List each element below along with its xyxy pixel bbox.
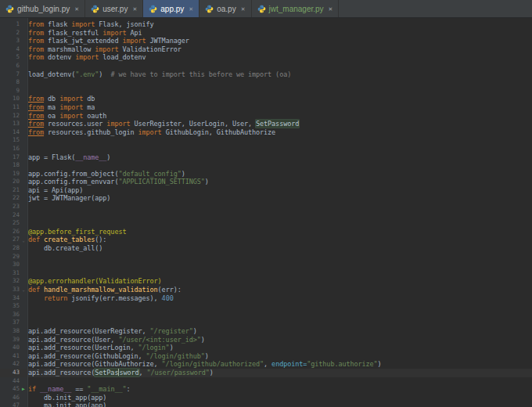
code-line[interactable]: [28, 161, 532, 170]
close-icon[interactable]: ✕: [241, 6, 246, 12]
code-line[interactable]: from flask_restful import Api: [28, 29, 532, 38]
code-line[interactable]: [28, 78, 532, 87]
line-number: 25: [0, 219, 20, 228]
code-token: "APPLICATION_SETTINGS": [118, 178, 204, 185]
line-number: 35: [0, 302, 20, 311]
tab-app-py[interactable]: app.py✕: [143, 0, 200, 17]
code-line[interactable]: api.add_resource(GithubLogin, "/login/gi…: [28, 352, 532, 361]
close-icon[interactable]: ✕: [74, 6, 79, 12]
code-line[interactable]: api.add_resource(UserLogin, "/login"): [28, 344, 532, 352]
gutter-row: 40: [0, 344, 27, 352]
code-line[interactable]: [28, 87, 532, 95]
run-icon[interactable]: ▶: [20, 387, 27, 392]
code-line[interactable]: [28, 253, 532, 261]
code-line[interactable]: load_dotenv(".env") # we have to import …: [28, 70, 532, 79]
line-number: 31: [0, 269, 20, 278]
code-line[interactable]: [28, 136, 532, 145]
code-editor[interactable]: 1234567891011121314151617181920212223242…: [0, 18, 532, 407]
code-line[interactable]: from flask import Flask, jsonify: [28, 20, 532, 29]
editor-tab-bar: github_login.py✕ user.py✕ app.py✕ oa.py✕…: [0, 0, 532, 18]
code-line[interactable]: [28, 145, 532, 153]
gutter-row: 14: [0, 128, 27, 137]
code-line[interactable]: api.add_resource(UserRegister, "/registe…: [28, 327, 532, 336]
line-number: 15: [0, 136, 20, 145]
code-line[interactable]: @app.errorhandler(ValidationError): [28, 277, 532, 286]
code-line[interactable]: [28, 319, 532, 327]
tab-jwt-manager-py[interactable]: jwt_manager.py✕: [252, 0, 340, 17]
code-line[interactable]: [28, 261, 532, 269]
line-number: 28: [0, 244, 20, 253]
fold-icon[interactable]: ⌄: [20, 287, 27, 292]
close-icon[interactable]: ✕: [329, 6, 333, 12]
line-number: 12: [0, 112, 20, 121]
gutter-row: 39: [0, 336, 27, 344]
code-line[interactable]: jwt = JWTManager(app): [28, 194, 532, 203]
code-line[interactable]: from ma import ma: [28, 103, 532, 112]
code-token: Api: [126, 29, 142, 37]
code-token: oauth: [83, 112, 106, 120]
tab-label: app.py: [160, 5, 184, 13]
fold-icon[interactable]: ⌄: [20, 238, 27, 243]
code-line[interactable]: from marshmallow import ValidationError: [28, 45, 532, 54]
code-line[interactable]: db.init_app(app): [28, 394, 532, 402]
code-line[interactable]: def handle_marshmallow_validation(err):: [28, 286, 532, 294]
code-line[interactable]: from flask_jwt_extended import JWTManage…: [28, 37, 532, 45]
code-line[interactable]: [28, 62, 532, 70]
code-token: api.add_resource(: [28, 369, 95, 376]
code-token: UserRegister, UserLogin, User,: [130, 120, 256, 128]
code-token: "/user/password": [147, 369, 210, 376]
code-token: from: [28, 45, 44, 53]
code-line[interactable]: [28, 377, 532, 386]
code-line[interactable]: [28, 269, 532, 278]
code-line[interactable]: ma.init_app(app): [28, 402, 532, 407]
code-line[interactable]: def create_tables():: [28, 236, 532, 244]
code-line[interactable]: [28, 219, 532, 228]
line-number: 32: [0, 277, 20, 286]
code-token: @app.errorhandler(ValidationError): [28, 277, 162, 285]
code-token: ): [99, 70, 110, 78]
code-line[interactable]: app.config.from_object("default_config"): [28, 170, 532, 178]
close-icon[interactable]: ✕: [189, 6, 193, 12]
code-token: import: [122, 37, 146, 45]
code-area[interactable]: from flask import Flask, jsonifyfrom fla…: [28, 18, 532, 407]
code-line[interactable]: from resources.github_login import Githu…: [28, 128, 532, 137]
tab-user-py[interactable]: user.py✕: [85, 0, 143, 17]
code-token: marshmallow: [44, 45, 95, 53]
code-line[interactable]: [28, 211, 532, 220]
code-line[interactable]: api.add_resource(GithubAuthorize, "/logi…: [28, 360, 532, 369]
code-line[interactable]: [28, 302, 532, 311]
code-line[interactable]: from db import db: [28, 95, 532, 103]
code-line[interactable]: [28, 311, 532, 319]
code-token: from: [28, 95, 44, 103]
code-line[interactable]: from resources.user import UserRegister,…: [28, 120, 532, 128]
gutter-row: 42: [0, 360, 27, 369]
line-number: 17: [0, 153, 20, 162]
close-icon[interactable]: ✕: [132, 6, 137, 12]
code-token: dotenv: [44, 53, 75, 61]
code-line[interactable]: if __name__ == "__main__":: [28, 385, 532, 394]
python-file-icon: [5, 5, 14, 13]
line-number: 11: [0, 103, 20, 112]
gutter-row: 45▶: [0, 385, 27, 394]
code-line[interactable]: return jsonify(err.messages), 400: [28, 294, 532, 303]
code-line[interactable]: [28, 203, 532, 211]
code-token: ): [182, 170, 185, 178]
code-line[interactable]: from oa import oauth: [28, 112, 532, 121]
code-line[interactable]: from dotenv import load_dotenv: [28, 53, 532, 62]
code-token: api.add_resource(GithubAuthorize,: [28, 360, 162, 368]
code-line[interactable]: app = Flask(__name__): [28, 153, 532, 162]
code-line[interactable]: @app.before_first_request: [28, 228, 532, 236]
python-file-icon: [149, 5, 157, 13]
code-line[interactable]: app.config.from_envvar("APPLICATION_SETT…: [28, 178, 532, 186]
code-line[interactable]: api.add_resource(User, "/user/<int:user_…: [28, 336, 532, 344]
gutter-row: 17: [0, 153, 27, 162]
code-token: import: [59, 103, 83, 111]
code-line[interactable]: api = Api(app): [28, 186, 532, 195]
tab-github-login-py[interactable]: github_login.py✕: [0, 0, 85, 17]
code-line[interactable]: db.create_all(): [28, 244, 532, 253]
code-token: "/user/<int:user_id>": [118, 336, 200, 344]
code-line[interactable]: api.add_resource(SetPassword, "/user/pas…: [28, 369, 532, 377]
code-token: "/login": [138, 344, 170, 351]
gutter-row: 1: [0, 20, 27, 29]
tab-oa-py[interactable]: oa.py✕: [200, 0, 251, 17]
